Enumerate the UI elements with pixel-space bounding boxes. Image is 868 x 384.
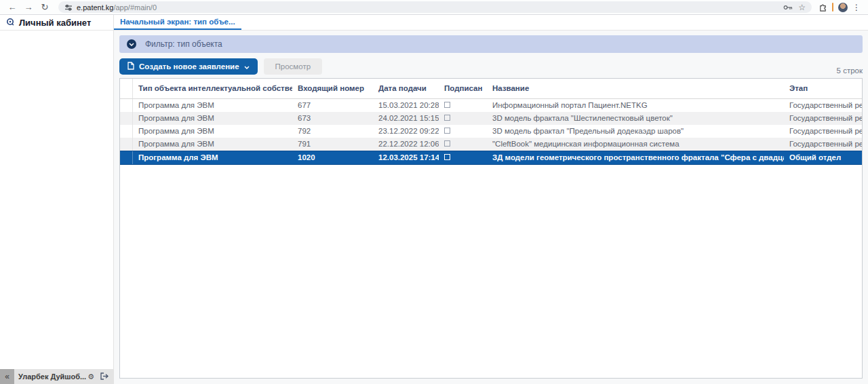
logout-icon[interactable] bbox=[100, 370, 108, 383]
site-info-icon[interactable] bbox=[64, 3, 73, 12]
cell-title: 3D модель фрактала "Шестилепестковый цве… bbox=[487, 112, 784, 125]
filter-bar[interactable]: Фильтр: тип объекта bbox=[119, 35, 863, 53]
user-bar: « Уларбек Дуйшоб... ⚙ bbox=[0, 369, 113, 384]
cell-stage: Государственный реестр bbox=[784, 99, 862, 112]
table-row[interactable]: Программа для ЭВМ102012.03.2025 17:14ЗД … bbox=[120, 151, 862, 165]
cell-object-type: Программа для ЭВМ bbox=[133, 99, 292, 112]
screen: ← → ↻ e.patent.kg/app/#main/0 ☆ ⋮ bbox=[0, 0, 868, 384]
cell-submission-date: 22.12.2022 12:06 bbox=[373, 138, 439, 151]
signed-checkbox[interactable] bbox=[444, 140, 450, 147]
create-application-button[interactable]: Создать новое заявление bbox=[119, 58, 258, 75]
sidebar-collapse-button[interactable]: « bbox=[0, 369, 14, 384]
row-blank-cell bbox=[120, 99, 133, 112]
browser-toolbar: ← → ↻ e.patent.kg/app/#main/0 ☆ ⋮ bbox=[0, 0, 868, 15]
browser-menu-icon[interactable]: ⋮ bbox=[850, 3, 863, 12]
table-body: Программа для ЭВМ67715.03.2021 20:28Инфо… bbox=[120, 99, 862, 165]
cell-title: Информационный портал Пациент.NETKG bbox=[487, 99, 784, 112]
tab-bar: Начальный экран: тип объе... bbox=[114, 15, 868, 31]
column-header[interactable]: Входящий номер bbox=[292, 79, 373, 98]
cell-signed bbox=[439, 125, 487, 138]
signed-checkbox[interactable] bbox=[444, 128, 450, 134]
actions-row: Создать новое заявление Просмотр 5 строк bbox=[119, 58, 863, 75]
view-button[interactable]: Просмотр bbox=[264, 58, 323, 75]
cell-incoming-number: 792 bbox=[292, 125, 373, 138]
extensions-puzzle-icon[interactable] bbox=[818, 3, 827, 12]
row-blank-cell bbox=[120, 151, 133, 164]
cell-title: "CleftBook" медицинская информационная с… bbox=[487, 138, 784, 151]
bookmark-star-icon[interactable]: ☆ bbox=[798, 3, 806, 12]
signed-checkbox[interactable] bbox=[444, 115, 450, 121]
cell-incoming-number: 677 bbox=[292, 99, 373, 112]
cell-signed bbox=[439, 151, 487, 164]
url-text: e.patent.kg/app/#main/0 bbox=[77, 3, 157, 12]
cell-submission-date: 15.03.2021 20:28 bbox=[373, 99, 439, 112]
document-icon bbox=[127, 62, 134, 71]
chevron-down-icon bbox=[244, 62, 250, 71]
reload-button[interactable]: ↻ bbox=[38, 1, 52, 14]
cell-object-type: Программа для ЭВМ bbox=[133, 125, 292, 138]
profile-avatar[interactable] bbox=[838, 3, 848, 12]
row-blank-cell bbox=[120, 112, 133, 125]
tab-home-screen[interactable]: Начальный экран: тип объе... bbox=[114, 15, 241, 30]
column-header[interactable]: Тип объекта интеллектуальной собственнос… bbox=[133, 79, 292, 98]
password-key-icon[interactable] bbox=[783, 4, 793, 11]
cell-object-type: Программа для ЭВМ bbox=[133, 151, 292, 164]
rows-count: 5 строк bbox=[837, 66, 863, 75]
table-row[interactable]: Программа для ЭВМ67715.03.2021 20:28Инфо… bbox=[120, 99, 862, 112]
content-area: Фильтр: тип объекта Создать новое заявле… bbox=[114, 31, 868, 384]
cell-submission-date: 24.02.2021 15:15 bbox=[373, 112, 439, 125]
cell-title: 3D модель фрактал "Предельный додекаэдр … bbox=[487, 125, 784, 138]
column-header[interactable]: Название bbox=[487, 79, 784, 98]
column-header[interactable]: Этап bbox=[784, 79, 862, 98]
sidebar: Личный кабинет « Уларбек Дуйшоб... ⚙ bbox=[0, 15, 114, 384]
cell-signed bbox=[439, 138, 487, 151]
cell-title: ЗД модели геометрического пространственн… bbox=[487, 151, 784, 164]
address-bar[interactable]: e.patent.kg/app/#main/0 ☆ bbox=[58, 1, 812, 13]
cell-signed bbox=[439, 112, 487, 125]
table-header-row: Тип объекта интеллектуальной собственнос… bbox=[120, 79, 862, 99]
table-row[interactable]: Программа для ЭВМ79223.12.2022 09:223D м… bbox=[120, 125, 862, 138]
cell-stage: Государственный реестр bbox=[784, 125, 862, 138]
cell-incoming-number: 1020 bbox=[292, 151, 373, 164]
profile-indicator-bar bbox=[832, 3, 833, 12]
table-row[interactable]: Программа для ЭВМ79122.12.2022 12:06"Cle… bbox=[120, 138, 862, 151]
cell-incoming-number: 791 bbox=[292, 138, 373, 151]
app-logo-icon bbox=[6, 16, 14, 28]
forward-button[interactable]: → bbox=[22, 1, 35, 14]
app-title: Личный кабинет bbox=[19, 18, 91, 28]
back-button[interactable]: ← bbox=[5, 1, 19, 14]
signed-checkbox[interactable] bbox=[444, 154, 450, 160]
user-name: Уларбек Дуйшоб... bbox=[14, 372, 87, 381]
column-header[interactable]: Подписан bbox=[439, 79, 487, 98]
sidebar-header: Личный кабинет bbox=[0, 15, 113, 31]
row-blank-cell bbox=[120, 125, 133, 138]
header-blank-cell bbox=[120, 79, 133, 98]
cell-stage: Государственный реестр bbox=[784, 138, 862, 151]
cell-submission-date: 23.12.2022 09:22 bbox=[373, 125, 439, 138]
filter-label: Фильтр: тип объекта bbox=[145, 39, 222, 49]
settings-gear-icon[interactable]: ⚙ bbox=[87, 372, 94, 381]
cell-object-type: Программа для ЭВМ bbox=[133, 138, 292, 151]
signed-checkbox[interactable] bbox=[444, 102, 450, 108]
table-row[interactable]: Программа для ЭВМ67324.02.2021 15:153D м… bbox=[120, 112, 862, 125]
sidebar-empty-area bbox=[0, 31, 113, 369]
cell-submission-date: 12.03.2025 17:14 bbox=[373, 151, 439, 164]
cell-incoming-number: 673 bbox=[292, 112, 373, 125]
row-blank-cell bbox=[120, 138, 133, 151]
cell-stage: Общий отдел bbox=[784, 151, 862, 164]
column-header[interactable]: Дата подачи bbox=[373, 79, 439, 98]
filter-expand-icon[interactable] bbox=[127, 39, 136, 49]
applications-table: Тип объекта интеллектуальной собственнос… bbox=[119, 78, 863, 379]
cell-object-type: Программа для ЭВМ bbox=[133, 112, 292, 125]
cell-stage: Государственный реестр bbox=[784, 112, 862, 125]
cell-signed bbox=[439, 99, 487, 112]
